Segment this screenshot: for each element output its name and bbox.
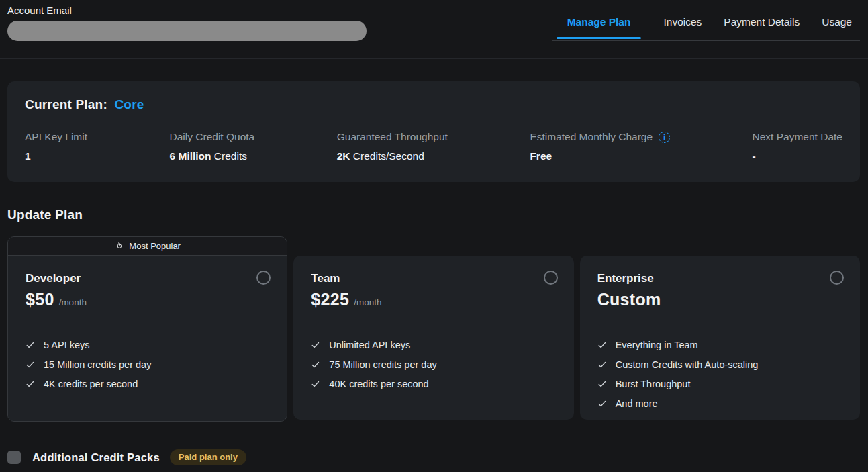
plan-name: Enterprise bbox=[597, 272, 842, 285]
plan-wrapper-developer: Most Popular Developer $50 /month 5 API … bbox=[7, 236, 287, 422]
plan-radio-team[interactable] bbox=[544, 271, 558, 285]
tab-payment-details[interactable]: Payment Details bbox=[724, 16, 800, 39]
stat-value: 1 bbox=[25, 150, 87, 162]
stat-label-text: API Key Limit bbox=[25, 131, 87, 143]
feature-text: 75 Million credits per day bbox=[329, 359, 436, 370]
feature-list: 5 API keys 15 Million credits per day 4K… bbox=[26, 340, 269, 389]
current-plan-card: Current Plan: Core API Key Limit 1 Daily… bbox=[7, 81, 860, 182]
check-icon bbox=[597, 340, 607, 350]
most-popular-label: Most Popular bbox=[129, 241, 181, 251]
feature-text: Everything in Team bbox=[616, 340, 698, 350]
stat-label-text: Daily Credit Quota bbox=[170, 131, 255, 143]
check-icon bbox=[311, 360, 320, 369]
update-plan-heading: Update Plan bbox=[7, 207, 860, 222]
plan-wrapper-team: Team $225 /month Unlimited API keys 75 M… bbox=[293, 256, 573, 422]
plan-wrapper-enterprise: Enterprise Custom Everything in Team Cus… bbox=[580, 256, 860, 422]
feature-text: Unlimited API keys bbox=[329, 340, 410, 350]
stat-daily-credit-quota: Daily Credit Quota 6 Million Credits bbox=[170, 131, 255, 162]
plan-price-row: $225 /month bbox=[311, 290, 556, 310]
stat-value-bold: 1 bbox=[25, 150, 31, 162]
stat-label: Estimated Monthly Charge i bbox=[530, 131, 670, 143]
plan-card-team[interactable]: Team $225 /month Unlimited API keys 75 M… bbox=[293, 256, 573, 420]
stat-label-text: Next Payment Date bbox=[753, 131, 842, 143]
plan-divider bbox=[26, 324, 269, 324]
tab-usage[interactable]: Usage bbox=[822, 16, 852, 39]
stat-value-bold: - bbox=[753, 150, 756, 162]
main-content: Current Plan: Core API Key Limit 1 Daily… bbox=[0, 81, 868, 465]
info-icon[interactable]: i bbox=[659, 132, 670, 143]
stat-value: Free bbox=[530, 150, 670, 162]
additional-credit-packs-checkbox[interactable] bbox=[7, 451, 21, 464]
check-icon bbox=[597, 379, 607, 389]
stat-value-bold: Free bbox=[530, 150, 552, 162]
flame-icon bbox=[114, 242, 124, 251]
stat-value: - bbox=[753, 150, 842, 162]
current-plan-title: Current Plan: Core bbox=[25, 97, 842, 112]
account-email-input[interactable] bbox=[7, 21, 367, 41]
feature-item: Unlimited API keys bbox=[311, 340, 556, 350]
stat-guaranteed-throughput: Guaranteed Throughput 2K Credits/Second bbox=[337, 131, 448, 162]
feature-item: Custom Credits with Auto-scaling bbox=[597, 359, 842, 370]
feature-text: 40K credits per second bbox=[329, 379, 428, 389]
additional-credit-packs-row: Additional Credit Packs Paid plan only bbox=[7, 449, 860, 465]
plan-price: $50 bbox=[26, 290, 54, 310]
feature-item: 75 Million credits per day bbox=[311, 359, 556, 370]
stat-value: 2K Credits/Second bbox=[337, 150, 448, 162]
check-icon bbox=[597, 399, 607, 408]
plan-card-developer[interactable]: Developer $50 /month 5 API keys 15 Milli… bbox=[8, 256, 287, 421]
tabs-underline bbox=[552, 40, 860, 41]
check-icon bbox=[311, 340, 320, 350]
plan-divider bbox=[597, 324, 842, 324]
plan-divider bbox=[311, 324, 556, 324]
plan-price: $225 bbox=[311, 290, 349, 310]
plan-price-row: Custom bbox=[597, 290, 842, 310]
tab-invoices[interactable]: Invoices bbox=[663, 16, 702, 39]
page-header: Account Email Manage Plan Invoices Payme… bbox=[0, 0, 868, 59]
stat-value-bold: 6 Million bbox=[170, 150, 211, 162]
feature-list: Everything in Team Custom Credits with A… bbox=[597, 340, 842, 409]
account-email-block: Account Email bbox=[7, 5, 367, 41]
stat-label: API Key Limit bbox=[25, 131, 87, 143]
feature-list: Unlimited API keys 75 Million credits pe… bbox=[311, 340, 556, 389]
feature-text: And more bbox=[616, 398, 658, 409]
feature-text: Burst Throughput bbox=[616, 379, 691, 389]
stat-label-text: Estimated Monthly Charge bbox=[530, 131, 653, 143]
feature-text: 5 API keys bbox=[44, 340, 90, 350]
billing-tabs: Manage Plan Invoices Payment Details Usa… bbox=[557, 16, 852, 39]
plan-price: Custom bbox=[597, 290, 661, 310]
stat-value-bold: 2K bbox=[337, 150, 350, 162]
feature-item: 15 Million credits per day bbox=[26, 359, 269, 370]
plan-name: Developer bbox=[26, 272, 269, 285]
stat-next-payment-date: Next Payment Date - bbox=[753, 131, 842, 162]
plan-radio-enterprise[interactable] bbox=[830, 271, 844, 285]
stat-label: Daily Credit Quota bbox=[170, 131, 255, 143]
plan-name: Team bbox=[311, 272, 556, 285]
current-plan-stats: API Key Limit 1 Daily Credit Quota 6 Mil… bbox=[25, 131, 842, 162]
account-email-label: Account Email bbox=[7, 5, 367, 16]
stat-value: 6 Million Credits bbox=[170, 150, 255, 162]
check-icon bbox=[26, 360, 35, 369]
additional-credit-packs-label: Additional Credit Packs bbox=[32, 451, 160, 464]
current-plan-name: Core bbox=[114, 97, 144, 111]
check-icon bbox=[597, 360, 607, 369]
tab-manage-plan[interactable]: Manage Plan bbox=[557, 16, 642, 39]
feature-text: 4K credits per second bbox=[44, 379, 138, 389]
stat-value-rest: Credits/Second bbox=[350, 150, 424, 162]
feature-text: 15 Million credits per day bbox=[44, 359, 151, 370]
check-icon bbox=[311, 379, 320, 389]
feature-text: Custom Credits with Auto-scaling bbox=[616, 359, 759, 370]
current-plan-title-prefix: Current Plan: bbox=[25, 97, 107, 111]
check-icon bbox=[26, 379, 35, 389]
stat-label: Next Payment Date bbox=[753, 131, 842, 143]
stat-value-rest: Credits bbox=[211, 150, 247, 162]
feature-item: And more bbox=[597, 398, 842, 409]
stat-label-text: Guaranteed Throughput bbox=[337, 131, 448, 143]
check-icon bbox=[26, 340, 35, 350]
paid-plan-only-badge: Paid plan only bbox=[170, 449, 246, 465]
plan-card-enterprise[interactable]: Enterprise Custom Everything in Team Cus… bbox=[580, 256, 860, 420]
feature-item: 5 API keys bbox=[26, 340, 269, 350]
stat-label: Guaranteed Throughput bbox=[337, 131, 448, 143]
feature-item: Burst Throughput bbox=[597, 379, 842, 389]
most-popular-banner: Most Popular bbox=[8, 237, 287, 256]
plans-grid: Most Popular Developer $50 /month 5 API … bbox=[7, 236, 860, 422]
